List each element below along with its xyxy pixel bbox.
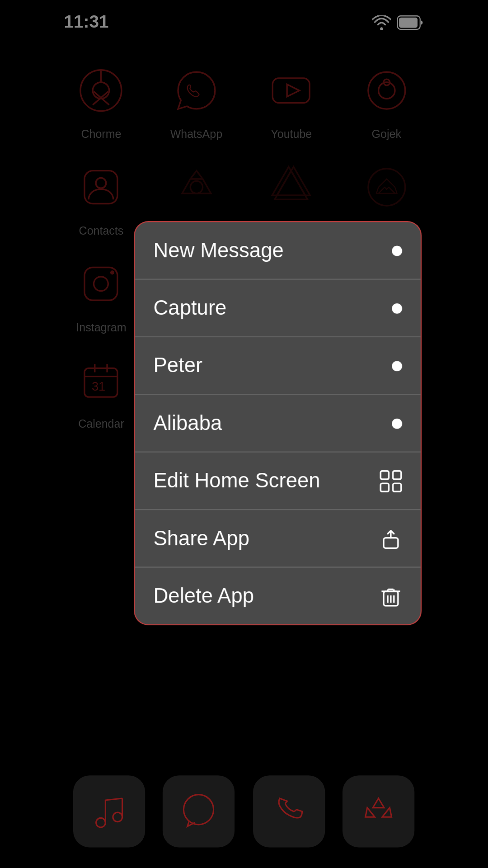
battery-icon xyxy=(397,15,424,30)
status-bar: 11:31 xyxy=(43,0,444,41)
music-icon xyxy=(89,791,130,832)
svg-line-60 xyxy=(105,798,122,800)
menu-capture[interactable]: Capture xyxy=(135,280,421,337)
appstore-icon xyxy=(358,791,399,832)
svg-rect-46 xyxy=(393,483,401,491)
menu-new-message-label: New Message xyxy=(154,239,284,262)
menu-new-message[interactable]: New Message xyxy=(135,222,421,279)
svg-rect-45 xyxy=(381,483,389,491)
svg-rect-1 xyxy=(399,18,418,28)
menu-edit-home[interactable]: Edit Home Screen xyxy=(135,453,421,510)
menu-edit-home-label: Edit Home Screen xyxy=(154,469,320,492)
menu-capture-icon xyxy=(392,303,403,313)
menu-alibaba[interactable]: Alibaba xyxy=(135,395,421,453)
edit-home-icon xyxy=(380,469,402,492)
menu-peter-icon xyxy=(392,360,403,371)
menu-delete-app-label: Delete App xyxy=(154,584,254,608)
menu-capture-label: Capture xyxy=(154,296,227,320)
menu-peter[interactable]: Peter xyxy=(135,337,421,395)
dock-music[interactable] xyxy=(73,775,145,847)
svg-rect-43 xyxy=(381,471,389,479)
status-icons xyxy=(372,15,424,30)
svg-rect-47 xyxy=(384,538,398,548)
menu-peter-label: Peter xyxy=(154,354,203,377)
menu-alibaba-icon xyxy=(392,418,403,429)
messages-icon xyxy=(178,791,220,832)
share-icon xyxy=(380,527,402,550)
dock-messages[interactable] xyxy=(163,775,235,847)
trash-icon xyxy=(380,585,402,607)
svg-point-56 xyxy=(96,818,105,827)
menu-share-app[interactable]: Share App xyxy=(135,510,421,567)
context-menu: New Message Capture Peter Alibaba Edit H… xyxy=(134,221,422,625)
menu-share-app-label: Share App xyxy=(154,527,250,550)
dock-appstore[interactable] xyxy=(343,775,415,847)
svg-point-61 xyxy=(184,795,214,825)
menu-delete-app[interactable]: Delete App xyxy=(135,568,421,624)
menu-new-message-icon xyxy=(392,245,403,256)
status-time: 11:31 xyxy=(64,12,109,33)
wifi-icon xyxy=(372,15,391,30)
phone-icon xyxy=(268,791,310,832)
menu-alibaba-label: Alibaba xyxy=(154,411,222,435)
dock xyxy=(43,763,444,868)
dock-phone[interactable] xyxy=(253,775,325,847)
svg-rect-44 xyxy=(393,471,401,479)
svg-point-57 xyxy=(113,812,122,822)
